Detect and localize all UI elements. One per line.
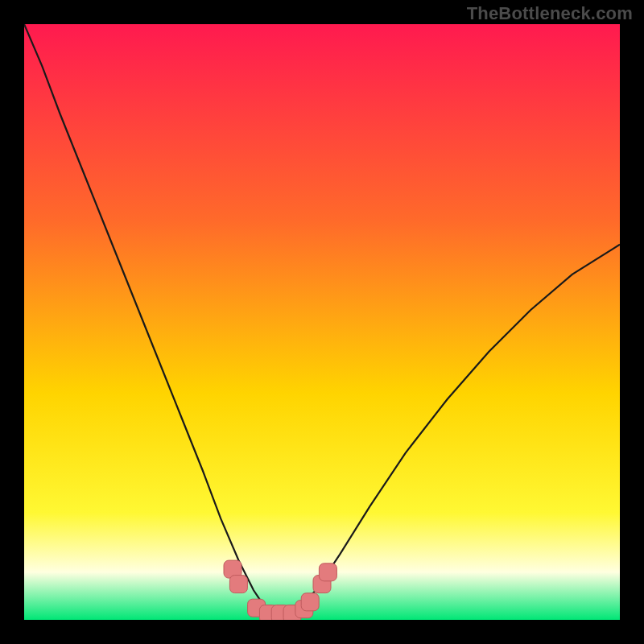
plot-area xyxy=(24,24,620,620)
marker-point xyxy=(229,576,247,593)
gradient-background xyxy=(24,24,620,620)
watermark-text: TheBottleneck.com xyxy=(467,3,633,24)
marker-point xyxy=(301,593,319,611)
plot-svg xyxy=(24,24,620,620)
marker-point xyxy=(319,564,336,581)
chart-frame: TheBottleneck.com xyxy=(0,0,644,644)
